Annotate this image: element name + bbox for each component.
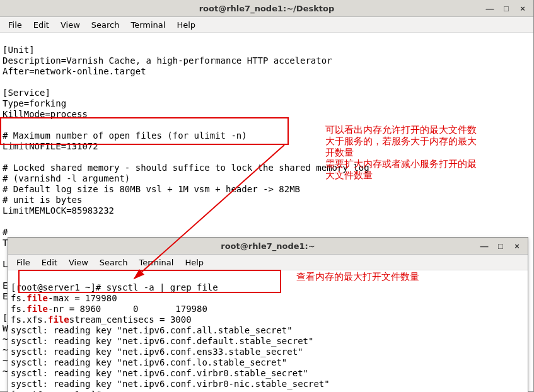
- line: sysctl: reading key "net.ipv6.conf.virbr…: [11, 368, 308, 378]
- menu-search[interactable]: Search: [94, 256, 134, 269]
- line: # Locked shared memory - should suffice …: [3, 163, 369, 173]
- menubar-2: File Edit View Search Terminal Help: [8, 255, 528, 270]
- titlebar-buttons-2: — □ ×: [476, 239, 525, 252]
- line: [Unit]: [3, 45, 35, 55]
- titlebar-2[interactable]: root@rhle7_node1:~ — □ ×: [8, 238, 528, 255]
- window-title-2: root@rhle7_node1:~: [8, 241, 528, 251]
- grep-match: file: [48, 314, 69, 325]
- maximize-button[interactable]: □: [498, 2, 514, 14]
- line-part: fs.: [11, 293, 26, 303]
- menu-view[interactable]: View: [55, 18, 86, 32]
- grep-match: file: [26, 293, 48, 303]
- line: # (varnishd -l argument): [3, 173, 130, 183]
- menu-terminal[interactable]: Terminal: [133, 256, 179, 269]
- line: # Maximum number of open files (for ulim…: [3, 130, 247, 141]
- line-part: fs.xfs.: [11, 314, 48, 325]
- titlebar-buttons-1: — □ ×: [482, 2, 531, 14]
- minimize-button[interactable]: —: [476, 239, 492, 252]
- menu-search[interactable]: Search: [86, 18, 125, 32]
- line-part: fs.: [11, 304, 26, 314]
- terminal-content-2[interactable]: [root@server1 ~]# sysctl -a | grep file …: [8, 270, 528, 392]
- window-title-1: root@rhle7_node1:~/Desktop: [0, 4, 533, 13]
- line: LimitNOFILE=131072: [3, 141, 98, 151]
- line: KillMode=process: [3, 109, 88, 119]
- line: sysctl: reading key "net.ipv6.conf.virbr…: [11, 379, 330, 389]
- line: Description=Varnish Cache, a high-perfor…: [3, 55, 332, 66]
- menu-help[interactable]: Help: [171, 18, 201, 32]
- maximize-button[interactable]: □: [492, 239, 509, 252]
- menu-terminal[interactable]: Terminal: [125, 18, 171, 32]
- terminal-window-2: root@rhle7_node1:~ — □ × File Edit View …: [8, 237, 528, 392]
- menu-file[interactable]: File: [3, 18, 28, 32]
- line: sysctl: reading key "net.ipv6.conf.defau…: [11, 336, 313, 346]
- line: sysctl: reading key "net.ipv6.conf.all.s…: [11, 325, 293, 335]
- line: [root@server1 ~]# sysctl -a | grep file: [11, 282, 218, 292]
- line-part: stream_centisecs = 3000: [69, 314, 192, 325]
- menubar-1: File Edit View Search Terminal Help: [0, 17, 533, 33]
- minimize-button[interactable]: —: [482, 2, 498, 14]
- line: Type=forking: [3, 98, 66, 108]
- line: sysctl: reading key "net.ipv6.conf.lo.st…: [11, 357, 287, 367]
- line: #: [3, 227, 8, 237]
- menu-help[interactable]: Help: [179, 256, 209, 269]
- menu-edit[interactable]: Edit: [28, 18, 55, 32]
- menu-file[interactable]: File: [11, 256, 36, 269]
- grep-match: file: [26, 304, 48, 314]
- line: LimitMEMLOCK=85983232: [3, 205, 114, 216]
- line: After=network-online.target: [3, 66, 146, 76]
- line: [Service]: [3, 88, 50, 98]
- line: sysctl: reading key "net.ipv6.conf.ens33…: [11, 347, 303, 357]
- line-part: -nr = 8960 0 179980: [48, 304, 207, 314]
- menu-view[interactable]: View: [63, 256, 94, 269]
- close-button[interactable]: ×: [514, 2, 531, 14]
- menu-edit[interactable]: Edit: [36, 256, 63, 269]
- line: # Default log size is 80MB vsl + 1M vsm …: [3, 184, 300, 194]
- titlebar-1[interactable]: root@rhle7_node1:~/Desktop — □ ×: [0, 0, 533, 17]
- line: # unit is bytes: [3, 195, 82, 205]
- line-part: -max = 179980: [48, 293, 117, 303]
- line: [root@server1 ~]#: [11, 389, 101, 392]
- close-button[interactable]: ×: [509, 239, 525, 252]
